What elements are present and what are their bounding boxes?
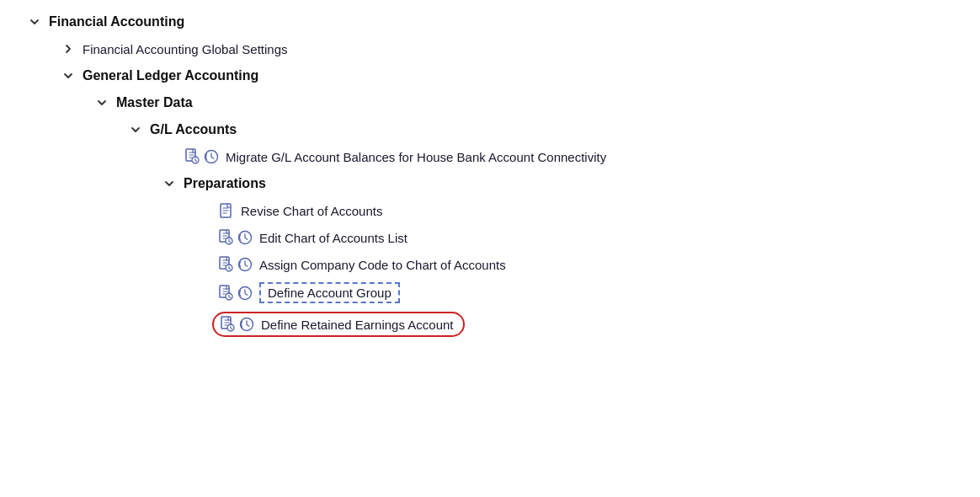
tree-item-edit-chart[interactable]: Edit Chart of Accounts List [25, 224, 955, 251]
collapse-icon[interactable] [59, 67, 77, 85]
doc-icon [217, 202, 234, 219]
tree-item-general-ledger[interactable]: General Ledger Accounting [25, 62, 955, 89]
tree-item-migrate-gl[interactable]: Migrate G/L Account Balances for House B… [25, 143, 955, 170]
collapse-icon[interactable] [93, 94, 111, 112]
doc-icon [184, 148, 200, 165]
item-label: Define Retained Earnings Account [261, 318, 453, 332]
tree-item-define-retained[interactable]: Define Retained Earnings Account [25, 307, 955, 341]
item-icons [217, 202, 234, 219]
tree-item-revise-chart[interactable]: Revise Chart of Accounts [25, 197, 955, 224]
tree-item-financial-accounting[interactable]: Financial Accounting [25, 8, 955, 35]
clock-icon [237, 257, 253, 272]
clock-icon [204, 149, 219, 164]
doc-icon [219, 316, 236, 333]
tree-item-master-data[interactable]: Master Data [25, 89, 955, 116]
collapse-icon[interactable] [160, 174, 178, 193]
item-label: Master Data [116, 95, 193, 110]
clock-icon [239, 317, 254, 332]
doc-icon [217, 256, 234, 273]
doc-icon [217, 285, 234, 302]
clock-icon [237, 286, 253, 301]
item-icons [219, 316, 254, 333]
tree-item-define-account-group[interactable]: Define Account Group [25, 278, 955, 307]
item-label: General Ledger Accounting [83, 68, 258, 83]
tree-item-preparations[interactable]: Preparations [25, 170, 955, 197]
highlight-box: Define Retained Earnings Account [212, 312, 465, 337]
tree-container: Financial Accounting Financial Accountin… [0, 0, 980, 358]
item-label: Preparations [184, 176, 266, 191]
item-label: Migrate G/L Account Balances for House B… [226, 150, 606, 164]
tree-item-assign-company[interactable]: Assign Company Code to Chart of Accounts [25, 251, 955, 278]
item-icons [217, 285, 253, 302]
item-label: G/L Accounts [150, 122, 237, 137]
clock-icon [237, 230, 253, 245]
item-label: Assign Company Code to Chart of Accounts [259, 258, 506, 272]
item-label: Revise Chart of Accounts [241, 204, 382, 218]
expand-icon[interactable] [59, 40, 77, 58]
item-icons [217, 229, 253, 246]
collapse-icon[interactable] [126, 120, 145, 139]
item-label: Financial Accounting Global Settings [83, 42, 287, 56]
item-icons [184, 148, 219, 165]
item-label: Financial Accounting [49, 14, 184, 29]
tree-item-fa-global-settings[interactable]: Financial Accounting Global Settings [25, 35, 955, 62]
doc-icon [217, 229, 234, 246]
item-label: Define Account Group [259, 282, 400, 303]
item-icons [217, 256, 253, 273]
item-label: Edit Chart of Accounts List [259, 231, 407, 245]
tree-item-gl-accounts[interactable]: G/L Accounts [25, 116, 955, 143]
collapse-icon[interactable] [25, 13, 44, 31]
